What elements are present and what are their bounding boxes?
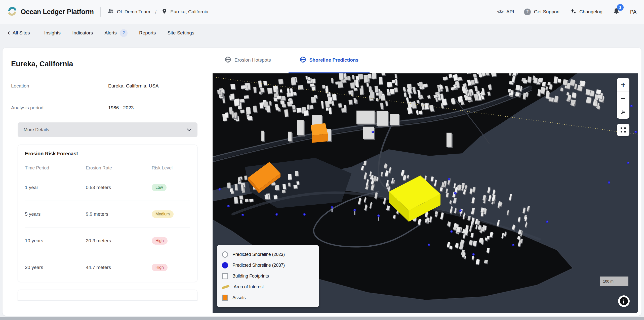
col-erosion-rate: Erosion Rate [86,165,152,171]
legend-item: Assets [222,292,314,303]
legend-item: Area of Interest [222,282,314,292]
site-selector[interactable]: Eureka, California [162,8,208,15]
map-column: Erosion Hotspots Shoreline Predictions [213,48,641,316]
legend-item: Building Footprints [222,271,314,282]
forecast-title: Erosion Risk Forecast [25,151,190,157]
notification-count-badge: 3 [617,4,624,11]
code-icon: </> [497,9,503,15]
nav-item-indicators[interactable]: Indicators [72,30,93,36]
table-row: 10 years 20.3 meters High [25,227,190,254]
ocean-ledger-logo-icon [8,7,17,17]
table-row: 5 years 9.9 meters Medium [25,201,190,227]
map-canvas[interactable]: Predicted Shoreline (2023) Predicted Sho… [213,73,638,313]
tab-label: Erosion Hotspots [234,57,271,63]
api-label: API [506,9,514,15]
field-row-analysis-period: Analysis period 1986 - 2023 [11,97,204,118]
changelog-label: Changelog [579,9,602,15]
legend-label: Area of Interest [234,284,264,290]
forecast-table-header: Time Period Erosion Rate Risk Level [25,162,190,174]
col-time-period: Time Period [25,165,86,171]
changelog-link[interactable]: Changelog [570,8,602,16]
legend-item: Predicted Shoreline (2023) [222,249,314,260]
app-header: Ocean Ledger Platform OL Demo Team / Eur… [0,0,644,24]
table-row: 20 years 44.7 meters High [25,254,190,281]
risk-badge: Medium [152,210,174,218]
site-info-panel: Eureka, California Location Eureka, Cali… [3,48,213,316]
period-cell: 5 years [25,211,86,217]
zoom-out-button[interactable]: − [617,92,629,105]
assets-swatch-icon [222,295,228,301]
legend-label: Predicted Shoreline (2023) [232,252,285,257]
risk-badge: High [152,237,168,245]
nav-item-insights[interactable]: Insights [44,30,61,36]
period-cell: 1 year [25,185,86,190]
zoom-in-button[interactable]: + [617,78,629,92]
sparkles-icon [570,8,576,16]
location-value: Eureka, California, USA [108,83,204,89]
col-risk-level: Risk Level [152,165,190,171]
rate-cell: 20.3 meters [86,238,152,244]
back-all-sites-link[interactable]: ‹ All Sites [8,29,30,37]
asset-box-small [311,123,328,143]
breadcrumb-separator: / [155,9,157,15]
chevron-left-icon: ‹ [8,29,10,36]
team-icon [107,8,114,16]
table-row: 1 year 0.53 meters Low [25,174,190,201]
location-label: Location [11,83,108,89]
fullscreen-button[interactable] [617,124,629,136]
alerts-count-badge: 2 [120,29,128,37]
site-location: Eureka, California [170,9,208,15]
map-zoom-controls: + − [617,78,629,119]
analysis-period-value: 1986 - 2023 [108,105,204,111]
shoreline-2023-swatch-icon [222,251,228,258]
more-details-label: More Details [24,127,49,132]
get-support-link[interactable]: ? Get Support [524,9,559,15]
rate-cell: 44.7 meters [86,265,152,270]
erosion-risk-forecast-card: Erosion Risk Forecast Time Period Erosio… [18,145,197,282]
bell-icon [613,12,620,16]
area-of-interest-swatch-icon [222,285,229,289]
get-support-label: Get Support [534,9,559,15]
legend-item: Predicted Shoreline (2037) [222,260,314,271]
nav-item-site-settings[interactable]: Site Settings [168,30,194,36]
site-subnav: ‹ All Sites Insights Indicators Alerts 2… [0,24,644,42]
fullscreen-icon [620,126,627,133]
page-title: Eureka, California [11,60,204,68]
alerts-label: Alerts [105,30,117,36]
window-edge-bar [0,317,644,320]
map-tabs: Erosion Hotspots Shoreline Predictions [214,48,641,73]
field-row-location: Location Eureka, California, USA [11,75,204,97]
app-title: Ocean Ledger Platform [21,8,94,16]
map-legend: Predicted Shoreline (2023) Predicted Sho… [217,245,319,307]
tab-erosion-hotspots[interactable]: Erosion Hotspots [214,48,282,73]
legend-label: Assets [232,295,246,300]
next-section-card-partial [18,290,197,301]
analysis-period-label: Analysis period [11,105,108,111]
map-info-button[interactable] [618,295,630,307]
nav-item-reports[interactable]: Reports [139,30,156,36]
globe-icon [300,56,306,64]
team-selector[interactable]: OL Demo Team [107,8,150,16]
brand[interactable]: Ocean Ledger Platform [8,7,94,17]
notifications-button[interactable]: 3 [613,8,620,16]
globe-icon [225,56,231,64]
tab-label: Shoreline Predictions [309,57,358,63]
team-name: OL Demo Team [117,9,150,15]
compass-button[interactable] [617,105,629,119]
rate-cell: 0.53 meters [86,185,152,190]
shoreline-2037-swatch-icon [222,262,228,268]
more-details-dropdown[interactable]: More Details [18,122,197,137]
nav-item-alerts[interactable]: Alerts 2 [105,29,128,37]
all-sites-label: All Sites [13,30,30,36]
user-avatar[interactable]: PA [630,9,636,15]
legend-label: Building Footprints [232,273,269,279]
risk-badge: High [152,264,168,271]
subnav-divider [37,29,37,37]
legend-label: Predicted Shoreline (2037) [232,263,285,268]
header-divider [100,7,101,17]
tab-shoreline-predictions[interactable]: Shoreline Predictions [289,48,370,73]
period-cell: 10 years [25,238,86,244]
map-scale-bar: 100 m [600,277,628,286]
period-cell: 20 years [25,265,86,270]
api-link[interactable]: </> API [497,9,514,15]
